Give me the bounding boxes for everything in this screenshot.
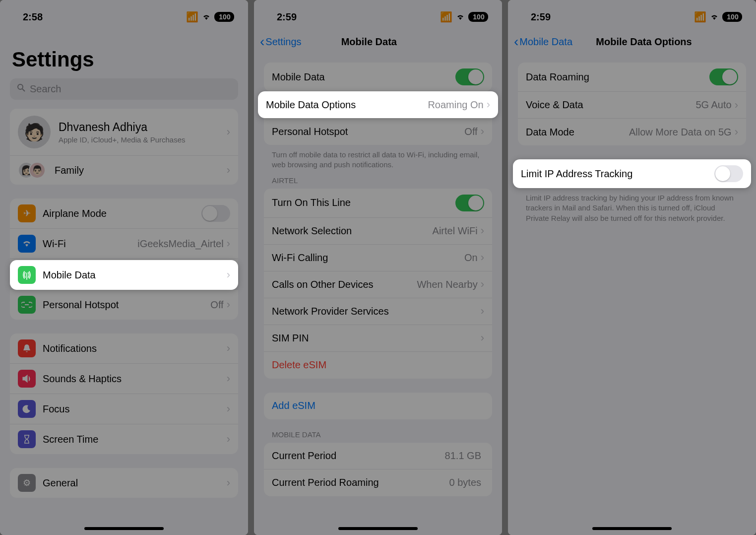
chevron-right-icon: › xyxy=(227,237,230,250)
phone-mobile-data: 2:59 📶 100 ‹ Settings Mobile Data Mobile… xyxy=(254,0,502,535)
general-group: ⚙︎ General › xyxy=(10,468,238,498)
add-esim-row[interactable]: Add eSIM xyxy=(264,393,492,419)
hourglass-icon xyxy=(18,430,36,448)
current-period-roaming-row[interactable]: Current Period Roaming 0 bytes xyxy=(264,469,492,496)
usage-group: Current Period 81.1 GB Current Period Ro… xyxy=(264,443,492,496)
provider-services-row[interactable]: Network Provider Services › xyxy=(264,298,492,325)
voice-data-row[interactable]: Voice & Data 5G Auto › xyxy=(518,92,746,119)
search-placeholder: Search xyxy=(30,83,61,95)
family-row[interactable]: 👩🏻👨🏻 Family › xyxy=(10,156,238,185)
limit-ip-row[interactable]: Limit IP Address Tracking xyxy=(513,159,751,188)
chevron-left-icon: ‹ xyxy=(260,35,264,49)
status-time: 2:59 xyxy=(277,11,297,23)
chevron-right-icon: › xyxy=(227,164,230,177)
notifications-row[interactable]: Notifications › xyxy=(10,334,238,364)
antenna-icon xyxy=(18,266,36,284)
current-period-row[interactable]: Current Period 81.1 GB xyxy=(264,443,492,469)
chevron-left-icon: ‹ xyxy=(514,35,518,49)
carrier-header: AIRTEL xyxy=(254,176,502,189)
roaming-toggle[interactable] xyxy=(709,68,738,85)
network-selection-row[interactable]: Network Selection Airtel WiFi › xyxy=(264,218,492,245)
general-row[interactable]: ⚙︎ General › xyxy=(10,468,238,498)
signal-icon: 📶 xyxy=(440,11,452,23)
wifi-icon xyxy=(18,235,36,253)
personal-hotspot-row[interactable]: Personal Hotspot Off › xyxy=(264,118,492,145)
chevron-right-icon: › xyxy=(227,372,230,385)
status-time: 2:59 xyxy=(531,11,551,23)
nav-title: Mobile Data Options xyxy=(558,36,730,48)
mobile-data-toggle-row[interactable]: Mobile Data xyxy=(264,63,492,91)
data-roaming-row[interactable]: Data Roaming xyxy=(518,63,746,92)
home-indicator[interactable] xyxy=(592,527,672,530)
home-indicator[interactable] xyxy=(338,527,418,530)
airplane-mode-row[interactable]: ✈︎ Airplane Mode xyxy=(10,199,238,229)
wifi-icon xyxy=(709,11,719,23)
wifi-row[interactable]: Wi-Fi iGeeksMedia_Airtel › xyxy=(10,229,238,259)
account-group: 🧑🏻 Dhvanesh Adhiya Apple ID, iCloud+, Me… xyxy=(10,109,238,185)
chevron-right-icon: › xyxy=(227,126,230,138)
home-indicator[interactable] xyxy=(84,527,164,530)
screen-time-row[interactable]: Screen Time › xyxy=(10,424,238,454)
delete-esim-row[interactable]: Delete eSIM xyxy=(264,352,492,379)
status-indicators: 📶 100 xyxy=(694,11,742,23)
focus-row[interactable]: Focus › xyxy=(10,394,238,424)
limit-ip-toggle[interactable] xyxy=(714,165,743,182)
line-toggle[interactable] xyxy=(455,195,484,211)
airplane-toggle[interactable] xyxy=(201,205,230,222)
wifi-icon xyxy=(201,11,211,23)
search-input[interactable]: Search xyxy=(10,78,238,100)
limit-ip-highlight: Limit IP Address Tracking xyxy=(513,159,751,188)
status-bar: 2:59 📶 100 xyxy=(508,0,756,28)
back-button[interactable]: ‹ Settings xyxy=(260,35,302,49)
svg-line-1 xyxy=(22,89,25,91)
nav-bar: ‹ Settings Mobile Data xyxy=(254,28,502,56)
avatar: 🧑🏻 xyxy=(18,116,51,148)
mobile-data-toggle[interactable] xyxy=(455,68,484,85)
family-avatars: 👩🏻👨🏻 xyxy=(18,162,46,179)
mobile-data-options-row[interactable]: Mobile Data Options Roaming On › xyxy=(258,91,498,118)
mobile-data-options-highlight: Mobile Data Options Roaming On › xyxy=(258,91,498,118)
personal-hotspot-row[interactable]: Personal Hotspot Off › xyxy=(10,290,238,320)
status-bar: 2:59 📶 100 xyxy=(254,0,502,28)
apple-id-row[interactable]: 🧑🏻 Dhvanesh Adhiya Apple ID, iCloud+, Me… xyxy=(10,109,238,156)
chevron-right-icon: › xyxy=(487,98,490,111)
link-icon xyxy=(18,296,36,314)
moon-icon xyxy=(18,400,36,418)
status-indicators: 📶 100 xyxy=(186,11,234,23)
chevron-right-icon: › xyxy=(227,342,230,355)
svg-point-0 xyxy=(18,84,23,89)
profile-name: Dhvanesh Adhiya xyxy=(59,121,227,134)
profile-subtitle: Apple ID, iCloud+, Media & Purchases xyxy=(59,135,227,144)
chevron-right-icon: › xyxy=(735,99,738,112)
phone-mobile-data-options: 2:59 📶 100 ‹ Mobile Data Mobile Data Opt… xyxy=(508,0,756,535)
family-label: Family xyxy=(55,165,227,176)
sim-pin-row[interactable]: SIM PIN › xyxy=(264,325,492,352)
bell-icon xyxy=(18,339,36,357)
chevron-right-icon: › xyxy=(481,332,484,344)
turn-on-line-row[interactable]: Turn On This Line xyxy=(264,189,492,218)
battery-level: 100 xyxy=(468,12,488,22)
mobile-data-group-2: Personal Hotspot Off › xyxy=(264,118,492,145)
data-options-group: Data Roaming Voice & Data 5G Auto › Data… xyxy=(518,63,746,145)
phone-settings-root: 2:58 📶 100 Settings Search 🧑🏻 Dhvanesh A… xyxy=(0,0,248,535)
carrier-group: Turn On This Line Network Selection Airt… xyxy=(264,189,492,379)
battery-level: 100 xyxy=(722,12,742,22)
speaker-icon xyxy=(18,370,36,388)
chevron-right-icon: › xyxy=(227,402,230,415)
chevron-right-icon: › xyxy=(481,305,484,318)
mobile-data-highlight: Mobile Data › xyxy=(10,260,238,290)
nav-title: Mobile Data xyxy=(302,36,437,48)
footer-text: Limit IP address tracking by hiding your… xyxy=(508,193,756,232)
data-mode-row[interactable]: Data Mode Allow More Data on 5G › xyxy=(518,119,746,145)
connectivity-group-2: Personal Hotspot Off › xyxy=(10,290,238,320)
page-title: Settings xyxy=(0,28,248,78)
chevron-right-icon: › xyxy=(481,251,484,264)
usage-header: MOBILE DATA xyxy=(254,430,502,443)
signal-icon: 📶 xyxy=(186,11,198,23)
chevron-right-icon: › xyxy=(481,125,484,138)
wifi-calling-row[interactable]: Wi-Fi Calling On › xyxy=(264,245,492,271)
calls-other-devices-row[interactable]: Calls on Other Devices When Nearby › xyxy=(264,271,492,298)
sounds-row[interactable]: Sounds & Haptics › xyxy=(10,364,238,394)
mobile-data-row[interactable]: Mobile Data › xyxy=(10,260,238,290)
signal-icon: 📶 xyxy=(694,11,706,23)
